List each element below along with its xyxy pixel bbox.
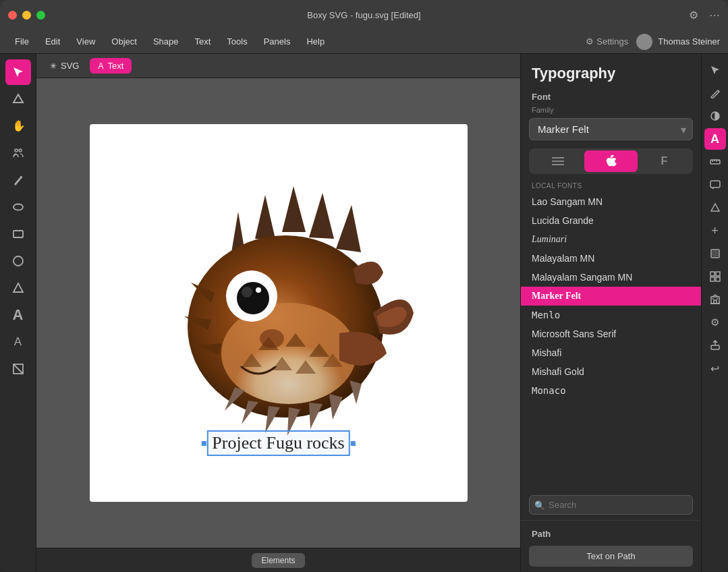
delta-right-tool[interactable] (704, 197, 726, 219)
more-options-icon[interactable]: ⋯ (709, 9, 720, 22)
svg-point-19 (256, 287, 261, 293)
settings-icon: ⚙ (586, 36, 594, 47)
undo-right-tool[interactable]: ↩ (704, 358, 726, 379)
path-section: Path Text on Path (521, 520, 701, 572)
font-source-tab-apple[interactable] (584, 150, 638, 172)
text-small-tool[interactable]: A (5, 329, 31, 355)
titlebar-right: ⚙ ⋯ (689, 9, 720, 22)
font-family-wrapper: Marker Felt ▾ (529, 118, 693, 140)
svg-rect-42 (556, 161, 559, 162)
tab-svg[interactable]: ✳ SVG (42, 58, 87, 74)
canvas-text[interactable]: Project Fugu rocks (206, 430, 349, 456)
canvas-wrapper[interactable]: Project Fugu rocks (36, 78, 520, 548)
pen-tool[interactable] (5, 167, 31, 193)
font-list[interactable]: LOCAL FONTS Lao Sangam MN Lucida Grande … (521, 179, 701, 490)
font-item-5[interactable]: Marker Felt (521, 287, 701, 306)
menu-shape[interactable]: Shape (146, 34, 186, 49)
text-tab-icon: A (98, 61, 103, 71)
menu-tools[interactable]: Tools (220, 34, 254, 49)
layers-right-tool[interactable] (704, 243, 726, 264)
font-item-8[interactable]: Mishafi (521, 343, 701, 362)
svg-rect-55 (716, 272, 720, 276)
menu-text[interactable]: Text (188, 34, 217, 49)
rect-tool[interactable] (5, 221, 31, 247)
svg-rect-4 (13, 231, 23, 237)
close-button[interactable] (8, 11, 17, 20)
select-tool[interactable] (5, 59, 31, 85)
elements-button[interactable]: Elements (252, 553, 304, 568)
font-item-3[interactable]: Malayalam MN (521, 249, 701, 268)
svg-marker-12 (309, 193, 334, 239)
crop-tool[interactable] (5, 356, 31, 382)
user-name: Thomas Steiner (658, 36, 720, 47)
building-right-tool[interactable] (704, 289, 726, 310)
titlebar: Boxy SVG - fugu.svg [Edited] ⚙ ⋯ (0, 0, 728, 30)
minimize-button[interactable] (22, 11, 31, 20)
menu-panels[interactable]: Panels (257, 34, 298, 49)
local-fonts-header: LOCAL FONTS (521, 179, 701, 192)
pencil-right-tool[interactable] (704, 82, 726, 104)
text-on-path-button[interactable]: Text on Path (529, 546, 693, 567)
grid-right-tool[interactable] (704, 266, 726, 287)
svg-rect-50 (710, 181, 720, 188)
menu-view[interactable]: View (69, 34, 102, 49)
svg-rect-59 (714, 300, 717, 304)
family-label: Family (521, 105, 701, 118)
settings-button[interactable]: ⚙ Settings (586, 36, 628, 47)
svg-rect-53 (712, 251, 718, 256)
search-wrapper: 🔍 (529, 495, 693, 515)
svg-rect-43 (556, 164, 559, 165)
menu-help[interactable]: Help (300, 34, 331, 49)
circle-tool[interactable] (5, 248, 31, 274)
plus-right-tool[interactable]: + (704, 220, 726, 241)
font-family-select[interactable]: Marker Felt (529, 118, 693, 140)
svg-marker-6 (13, 283, 23, 292)
pufferfish-illustration (123, 158, 434, 468)
font-item-10[interactable]: Monaco (521, 381, 701, 400)
triangle-tool[interactable] (5, 275, 31, 301)
font-source-tab-google[interactable]: F (638, 150, 691, 172)
tabs-row: ✳ SVG A Text (36, 54, 520, 78)
font-item-6[interactable]: Menlo (521, 306, 701, 324)
text-tool[interactable]: A (5, 302, 31, 328)
pan-tool[interactable]: ✋ (5, 113, 31, 139)
svg-point-37 (260, 329, 284, 348)
export-right-tool[interactable] (704, 335, 726, 356)
gear-right-tool[interactable]: ⚙ (704, 312, 726, 333)
svg-rect-60 (711, 345, 719, 349)
people-tool[interactable] (5, 140, 31, 166)
search-input[interactable] (529, 495, 693, 515)
window-title: Boxy SVG - fugu.svg [Edited] (307, 10, 420, 20)
ellipse-tool[interactable] (5, 194, 31, 220)
svg-rect-56 (710, 277, 715, 281)
typography-right-tool[interactable]: A (704, 128, 726, 150)
canvas-area: ✳ SVG A Text (36, 54, 520, 572)
font-item-0[interactable]: Lao Sangam MN (521, 192, 701, 211)
tab-text[interactable]: A Text (90, 58, 132, 74)
tab-svg-label: SVG (61, 61, 79, 71)
cursor-right-tool[interactable] (704, 59, 726, 81)
node-tool[interactable] (5, 86, 31, 112)
contrast-right-tool[interactable] (704, 105, 726, 127)
font-item-1[interactable]: Lucida Grande (521, 211, 701, 230)
font-source-tab-list[interactable] (531, 150, 584, 172)
right-panel: Typography Font Family Marker Felt ▾ F (520, 54, 701, 572)
right-icon-bar: A + ⚙ ↩ (701, 54, 728, 572)
font-item-7[interactable]: Microsoft Sans Serif (521, 324, 701, 343)
font-item-9[interactable]: Mishafi Gold (521, 362, 701, 381)
puzzle-icon[interactable]: ⚙ (689, 9, 698, 22)
menu-edit[interactable]: Edit (38, 34, 67, 49)
path-label: Path (521, 529, 701, 546)
font-item-4[interactable]: Malayalam Sangam MN (521, 268, 701, 287)
menu-object[interactable]: Object (105, 34, 144, 49)
svg-marker-11 (282, 186, 306, 232)
font-item-2[interactable]: Luminari (521, 230, 701, 249)
maximize-button[interactable] (36, 11, 45, 20)
text-element[interactable]: Project Fugu rocks (200, 430, 356, 456)
svg-point-5 (13, 256, 23, 266)
svg-rect-41 (556, 157, 559, 159)
ruler-right-tool[interactable] (704, 151, 726, 173)
svg-point-1 (15, 149, 18, 152)
comment-right-tool[interactable] (704, 174, 726, 196)
menu-file[interactable]: File (8, 34, 36, 49)
